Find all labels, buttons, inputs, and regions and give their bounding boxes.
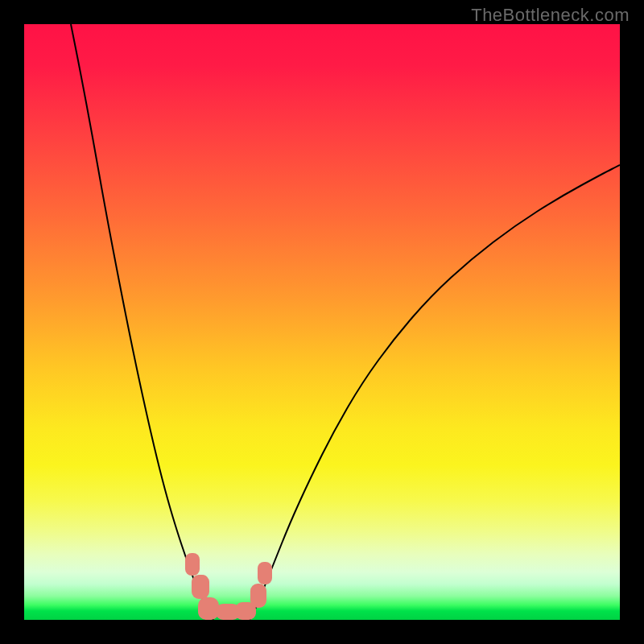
plot-area (24, 24, 620, 620)
left-marker-lower (192, 575, 209, 599)
bottom-blob-1 (198, 597, 219, 620)
marker-group (185, 553, 272, 620)
watermark-text: TheBottleneck.com (471, 5, 630, 26)
marker-layer (24, 24, 620, 620)
right-marker-lower (250, 584, 266, 608)
chart-stage: TheBottleneck.com (0, 0, 644, 644)
right-marker-upper (258, 562, 272, 584)
left-marker-upper (185, 553, 200, 576)
